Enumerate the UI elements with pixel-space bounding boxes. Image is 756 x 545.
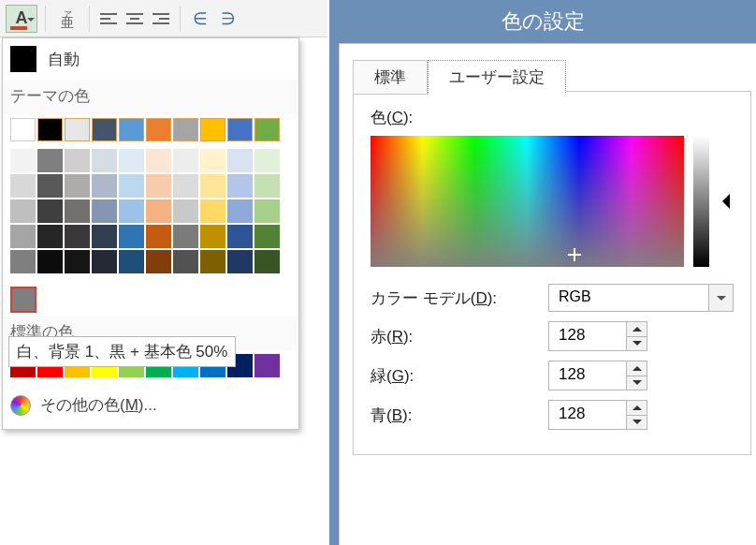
- color-swatch[interactable]: [200, 199, 225, 223]
- color-swatch[interactable]: [200, 149, 225, 172]
- color-swatch[interactable]: [92, 149, 117, 172]
- color-swatch[interactable]: [146, 149, 171, 172]
- color-swatch[interactable]: [65, 149, 90, 172]
- red-decrement-button[interactable]: [627, 337, 647, 351]
- red-increment-button[interactable]: [627, 322, 647, 337]
- color-swatch[interactable]: [173, 174, 198, 198]
- color-swatch[interactable]: [119, 174, 144, 198]
- color-swatch[interactable]: [119, 199, 144, 223]
- tab-standard[interactable]: 標準: [353, 60, 428, 95]
- color-swatch[interactable]: [227, 250, 253, 273]
- color-swatch[interactable]: [146, 174, 171, 198]
- color-swatch[interactable]: [37, 174, 63, 198]
- color-swatch[interactable]: [173, 118, 198, 141]
- color-swatch[interactable]: [10, 149, 36, 172]
- color-swatch[interactable]: [65, 250, 90, 273]
- color-swatch[interactable]: [10, 199, 36, 223]
- green-increment-button[interactable]: [627, 361, 647, 376]
- color-swatch[interactable]: [92, 199, 117, 223]
- color-swatch[interactable]: [254, 199, 280, 223]
- color-swatch[interactable]: [146, 250, 171, 273]
- color-swatch[interactable]: [119, 118, 144, 141]
- theme-color-grid: [3, 114, 298, 283]
- auto-color-label: 自動: [48, 49, 80, 70]
- tab-custom[interactable]: ユーザー設定: [428, 60, 566, 95]
- color-swatch[interactable]: [37, 225, 63, 248]
- decrease-indent-button[interactable]: ∈: [188, 7, 212, 30]
- color-swatch[interactable]: [92, 225, 117, 248]
- color-swatch[interactable]: [65, 174, 90, 198]
- color-swatch[interactable]: [200, 118, 225, 141]
- color-swatch[interactable]: [146, 199, 171, 223]
- color-swatch[interactable]: [119, 250, 144, 273]
- separator: [45, 6, 46, 32]
- color-swatch[interactable]: [10, 174, 36, 198]
- blue-spinner[interactable]: 128: [548, 400, 647, 430]
- color-swatch[interactable]: [254, 250, 280, 273]
- furigana-kanji-icon: 亜: [61, 19, 74, 27]
- color-swatch[interactable]: [119, 225, 144, 248]
- color-swatch[interactable]: [173, 149, 198, 172]
- color-swatch[interactable]: [227, 199, 253, 223]
- color-settings-dialog: 色の設定 標準ユーザー設定 色(C): カラー モデル(D): RGB: [329, 0, 756, 545]
- color-model-select[interactable]: RGB: [548, 284, 734, 312]
- color-swatch[interactable]: [37, 118, 63, 141]
- color-swatch[interactable]: [92, 174, 117, 198]
- color-swatch[interactable]: [200, 250, 225, 273]
- align-left-button[interactable]: [97, 7, 120, 30]
- color-swatch[interactable]: [254, 174, 280, 198]
- blue-increment-button[interactable]: [627, 401, 647, 416]
- dialog-tabs: 標準ユーザー設定: [340, 44, 756, 91]
- color-model-value: RGB: [549, 285, 708, 311]
- color-swatch[interactable]: [119, 149, 144, 172]
- color-swatch[interactable]: [254, 354, 280, 377]
- color-swatch[interactable]: [92, 118, 117, 141]
- color-swatch[interactable]: [227, 174, 253, 198]
- color-swatch[interactable]: [227, 225, 253, 248]
- blue-value[interactable]: 128: [549, 401, 626, 429]
- selected-color-swatch[interactable]: [10, 287, 36, 313]
- red-spinner[interactable]: 128: [548, 321, 647, 351]
- color-swatch[interactable]: [10, 225, 36, 248]
- color-swatch[interactable]: [200, 225, 225, 248]
- color-swatch[interactable]: [37, 250, 63, 273]
- red-value[interactable]: 128: [549, 322, 626, 350]
- color-swatch[interactable]: [254, 149, 280, 172]
- color-swatch[interactable]: [65, 225, 90, 248]
- green-decrement-button[interactable]: [627, 376, 647, 390]
- furigana-button[interactable]: ア 亜: [53, 6, 81, 32]
- dialog-body: 標準ユーザー設定 色(C): カラー モデル(D): RGB: [339, 43, 756, 545]
- color-swatch[interactable]: [10, 250, 36, 273]
- lightness-slider[interactable]: [693, 136, 709, 267]
- green-spinner[interactable]: 128: [548, 361, 647, 390]
- color-swatch[interactable]: [173, 225, 198, 248]
- color-swatch[interactable]: [146, 118, 171, 141]
- green-value[interactable]: 128: [549, 361, 626, 390]
- color-model-dropdown-button[interactable]: [708, 285, 733, 311]
- align-right-button[interactable]: [150, 7, 172, 30]
- color-swatch[interactable]: [37, 149, 63, 172]
- color-spectrum[interactable]: [371, 136, 684, 267]
- color-swatch[interactable]: [10, 118, 36, 141]
- color-swatch[interactable]: [92, 250, 117, 273]
- color-swatch[interactable]: [254, 225, 280, 248]
- color-swatch[interactable]: [37, 199, 63, 223]
- color-swatch[interactable]: [227, 118, 253, 141]
- color-swatch[interactable]: [227, 149, 253, 172]
- auto-color-row[interactable]: 自動: [3, 38, 298, 80]
- color-swatch[interactable]: [173, 250, 198, 273]
- color-swatch[interactable]: [173, 199, 198, 223]
- color-swatch[interactable]: [65, 118, 90, 141]
- increase-indent-button[interactable]: ∋: [216, 7, 240, 30]
- font-color-button[interactable]: A: [6, 5, 37, 33]
- color-swatch[interactable]: [254, 118, 280, 141]
- color-swatch[interactable]: [65, 199, 90, 223]
- color-swatch[interactable]: [146, 225, 171, 248]
- color-swatch[interactable]: [200, 174, 225, 198]
- blue-decrement-button[interactable]: [627, 416, 647, 430]
- align-center-button[interactable]: [124, 7, 146, 30]
- ribbon-row: A ア 亜 ∈ ∋: [0, 0, 327, 37]
- green-label: 緑(G):: [371, 365, 548, 387]
- more-colors-row[interactable]: その他の色(M)...: [3, 385, 298, 429]
- lightness-thumb-icon[interactable]: [715, 194, 730, 209]
